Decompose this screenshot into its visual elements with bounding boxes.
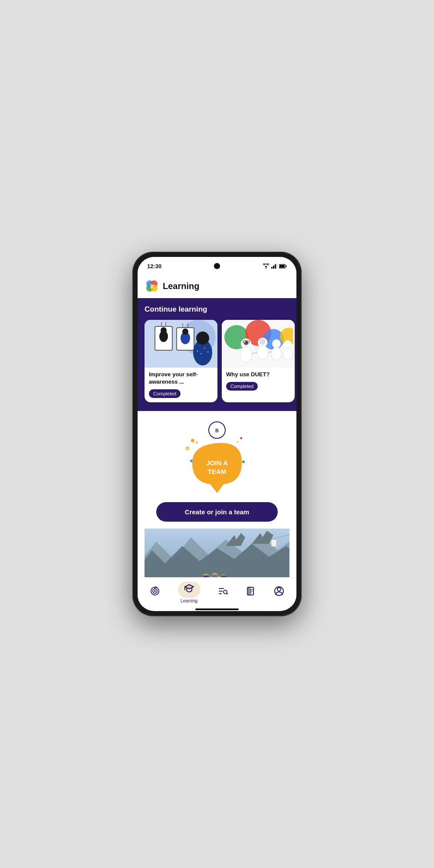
svg-point-25 xyxy=(182,329,188,335)
svg-point-1 xyxy=(266,268,266,269)
phone-frame: 12:30 xyxy=(132,252,302,616)
continue-learning-section: Continue learning xyxy=(138,298,296,411)
svg-point-40 xyxy=(244,342,246,343)
learning-icon xyxy=(184,583,194,596)
svg-rect-8 xyxy=(279,265,285,268)
phone-screen: 12:30 xyxy=(138,257,296,611)
join-blob-svg: JOIN A TEAM xyxy=(189,432,245,495)
svg-text:JOIN A: JOIN A xyxy=(206,459,228,467)
goals-icon xyxy=(150,586,160,598)
status-icons xyxy=(263,263,287,269)
join-logo-circle: B xyxy=(208,421,226,439)
card1-image xyxy=(145,320,217,368)
svg-rect-62 xyxy=(271,539,276,546)
profile-icon xyxy=(274,586,284,598)
app-logo-icon: B xyxy=(145,279,158,293)
mountain-banner xyxy=(145,529,289,577)
card2-badge: Completed xyxy=(226,382,258,391)
card1-label: Improve your self-awareness ... xyxy=(149,371,213,386)
duet-svg xyxy=(224,320,293,368)
nav-learning-wrap xyxy=(178,582,201,598)
home-indicator xyxy=(195,608,239,610)
card-self-awareness[interactable]: Improve your self-awareness ... Complete… xyxy=(145,320,217,402)
card1-illustration xyxy=(145,320,217,368)
nav-item-profile[interactable] xyxy=(270,583,288,601)
status-time: 12:30 xyxy=(147,263,161,270)
svg-text:TEAM: TEAM xyxy=(208,468,227,475)
card2-illustration xyxy=(222,320,295,368)
signal-icon xyxy=(271,263,277,269)
svg-point-49 xyxy=(271,347,282,360)
card1-body: Improve your self-awareness ... Complete… xyxy=(145,368,217,402)
card1-badge: Completed xyxy=(149,389,181,398)
learning-cards-row: Improve your self-awareness ... Complete… xyxy=(145,320,289,402)
svg-rect-67 xyxy=(212,575,218,577)
nav-item-search[interactable] xyxy=(214,583,232,601)
svg-point-48 xyxy=(272,339,281,348)
svg-point-50 xyxy=(284,340,292,348)
svg-point-27 xyxy=(196,332,209,345)
svg-rect-65 xyxy=(203,575,209,577)
create-join-team-button[interactable]: Create or join a team xyxy=(156,502,278,522)
app-title: Learning xyxy=(163,281,199,291)
svg-point-74 xyxy=(154,590,156,592)
svg-point-30 xyxy=(204,348,205,349)
svg-point-31 xyxy=(207,352,209,353)
svg-rect-5 xyxy=(276,263,277,269)
search-list-icon xyxy=(218,586,228,598)
svg-rect-4 xyxy=(275,264,276,269)
content-scroll[interactable]: Continue learning xyxy=(138,298,296,577)
nav-item-goals[interactable] xyxy=(146,583,164,601)
join-section: + × × × B xyxy=(138,411,296,577)
nav-item-notebook[interactable] xyxy=(242,583,260,601)
svg-point-51 xyxy=(283,348,293,360)
svg-rect-2 xyxy=(271,267,273,269)
mountain-svg xyxy=(145,529,289,577)
svg-rect-3 xyxy=(273,266,274,269)
svg-rect-83 xyxy=(249,587,250,595)
camera xyxy=(214,263,220,269)
svg-line-81 xyxy=(227,593,227,594)
wifi-icon xyxy=(263,263,270,269)
notebook-icon xyxy=(246,586,256,598)
card2-label: Why use DUET? xyxy=(226,371,290,378)
battery-icon xyxy=(279,264,287,269)
card-duet[interactable]: Why use DUET? Completed xyxy=(222,320,295,402)
card2-image xyxy=(222,320,295,368)
svg-point-46 xyxy=(260,339,266,345)
svg-text:B: B xyxy=(150,284,153,289)
svg-text:B: B xyxy=(215,428,219,433)
svg-point-28 xyxy=(197,351,198,352)
svg-point-44 xyxy=(240,347,252,362)
svg-point-20 xyxy=(161,327,167,333)
bottom-nav: Learning xyxy=(138,577,296,607)
svg-point-29 xyxy=(201,353,202,355)
join-logo-icon: B xyxy=(212,425,222,435)
svg-rect-69 xyxy=(221,575,227,577)
app-header: B Learning xyxy=(138,275,296,298)
continue-section-title: Continue learning xyxy=(145,305,289,314)
nav-learning-label: Learning xyxy=(181,598,197,603)
svg-marker-0 xyxy=(265,266,267,268)
svg-rect-7 xyxy=(286,265,287,267)
svg-point-87 xyxy=(277,588,281,591)
self-awareness-svg xyxy=(146,320,216,368)
svg-point-47 xyxy=(257,345,268,359)
nav-item-learning[interactable]: Learning xyxy=(174,579,204,606)
join-graphic: + × × × B xyxy=(182,421,252,495)
card2-body: Why use DUET? Completed xyxy=(222,368,295,395)
